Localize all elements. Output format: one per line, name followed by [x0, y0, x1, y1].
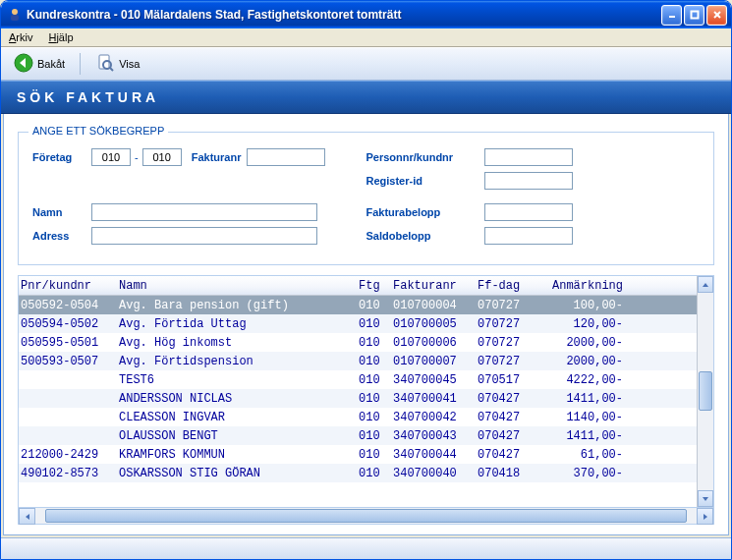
- cell: 010: [357, 411, 391, 424]
- cell: 010700007: [391, 355, 476, 368]
- grid-body: 050592-0504Avg. Bara pension (gift)01001…: [19, 296, 697, 482]
- foretag-from-input[interactable]: [91, 148, 131, 166]
- scroll-track[interactable]: [698, 293, 713, 490]
- scroll-up-button[interactable]: [698, 276, 713, 293]
- cell: 070517: [476, 373, 540, 387]
- results-grid: Pnr/kundnr Namn Ftg Fakturanr Ff-dag Anm…: [18, 275, 714, 508]
- grid: Pnr/kundnr Namn Ftg Fakturanr Ff-dag Anm…: [19, 276, 697, 507]
- vertical-scrollbar[interactable]: [697, 276, 713, 507]
- cell: CLEASSON INGVAR: [117, 411, 357, 424]
- adress-label: Adress: [32, 230, 91, 242]
- table-row[interactable]: 500593-0507Avg. Förtidspension0100107000…: [19, 352, 697, 370]
- adress-input[interactable]: [91, 227, 317, 245]
- cell: 010: [357, 355, 391, 368]
- namn-label: Namn: [32, 206, 91, 218]
- back-icon: [14, 53, 33, 75]
- cell: Avg. Bara pension (gift): [117, 299, 357, 312]
- scroll-left-button[interactable]: [19, 508, 35, 525]
- table-row[interactable]: 212000-2429KRAMFORS KOMMUN01034070004407…: [19, 445, 697, 464]
- cell: Avg. Hög inkomst: [117, 336, 357, 350]
- fakturanr-input[interactable]: [247, 148, 325, 166]
- cell: 4222,00-: [540, 373, 625, 387]
- cell: OSKARSSON STIG GÖRAN: [117, 467, 357, 480]
- page-header: SÖK FAKTURA: [1, 81, 731, 114]
- table-row[interactable]: 050595-0501Avg. Hög inkomst0100107000060…: [19, 333, 697, 352]
- visa-label: Visa: [119, 58, 140, 70]
- grid-header: Pnr/kundnr Namn Ftg Fakturanr Ff-dag Anm…: [19, 276, 697, 296]
- visa-button[interactable]: Visa: [88, 49, 146, 79]
- col-namn[interactable]: Namn: [117, 279, 357, 293]
- cell: 070427: [476, 411, 540, 424]
- cell: Avg. Förtidspension: [117, 355, 357, 368]
- table-row[interactable]: 050592-0504Avg. Bara pension (gift)01001…: [19, 296, 697, 314]
- cell: 070418: [476, 467, 540, 480]
- cell: 340700040: [391, 467, 476, 480]
- col-ffdag[interactable]: Ff-dag: [476, 279, 540, 293]
- cell: 2000,00-: [540, 336, 625, 350]
- cell: 010: [357, 429, 391, 443]
- col-ftg[interactable]: Ftg: [357, 279, 391, 293]
- close-button[interactable]: [706, 5, 727, 26]
- cell: 010: [357, 373, 391, 387]
- content-area: ANGE ETT SÖKBEGREPP Företag - Fakturanr …: [3, 114, 729, 535]
- hscroll-track[interactable]: [35, 508, 697, 524]
- foretag-dash: -: [135, 151, 139, 163]
- svg-rect-1: [11, 15, 19, 21]
- col-fakturanr[interactable]: Fakturanr: [391, 279, 476, 293]
- namn-input[interactable]: [91, 203, 317, 221]
- cell: 070727: [476, 355, 540, 368]
- cell: 61,00-: [540, 448, 625, 462]
- svg-line-9: [110, 68, 113, 71]
- back-label: Bakåt: [37, 58, 65, 70]
- visa-icon: [95, 53, 115, 75]
- table-row[interactable]: CLEASSON INGVAR0103407000420704271140,00…: [19, 408, 697, 426]
- toolbar-separator: [80, 53, 81, 75]
- menubar: Arkiv Hjälp: [1, 28, 731, 47]
- registerid-input[interactable]: [484, 172, 573, 190]
- scroll-right-button[interactable]: [697, 508, 713, 525]
- table-row[interactable]: OLAUSSON BENGT0103407000430704271411,00-: [19, 426, 697, 445]
- minimize-button[interactable]: [661, 5, 682, 26]
- table-row[interactable]: 490102-8573OSKARSSON STIG GÖRAN010340700…: [19, 464, 697, 482]
- cell: 010: [357, 467, 391, 480]
- cell: 120,00-: [540, 317, 625, 331]
- menu-arkiv[interactable]: Arkiv: [5, 30, 36, 44]
- cell: 340700042: [391, 411, 476, 424]
- scroll-down-button[interactable]: [698, 490, 713, 507]
- hscroll-thumb[interactable]: [45, 509, 687, 523]
- cell: OLAUSSON BENGT: [117, 429, 357, 443]
- cell: 070727: [476, 317, 540, 331]
- table-row[interactable]: TEST60103407000450705174222,00-: [19, 370, 697, 389]
- cell: 1411,00-: [540, 429, 625, 443]
- cell: 010: [357, 317, 391, 331]
- window-title: Kundreskontra - 010 Mälardalens Stad, Fa…: [27, 8, 661, 22]
- cell: 010: [357, 336, 391, 350]
- saldobelopp-input[interactable]: [484, 227, 573, 245]
- horizontal-scrollbar[interactable]: [18, 508, 714, 525]
- scroll-thumb[interactable]: [699, 371, 712, 411]
- cell: 010700004: [391, 299, 476, 312]
- cell: 340700043: [391, 429, 476, 443]
- personnr-input[interactable]: [484, 148, 573, 166]
- table-row[interactable]: ANDERSSON NICLAS0103407000410704271411,0…: [19, 389, 697, 408]
- col-anm[interactable]: Anmärkning: [540, 279, 625, 293]
- fakturabelopp-input[interactable]: [484, 203, 573, 221]
- personnr-label: Personnr/kundnr: [366, 151, 484, 163]
- back-button[interactable]: Bakåt: [7, 49, 72, 79]
- cell: 050594-0502: [19, 317, 117, 331]
- maximize-button[interactable]: [684, 5, 704, 26]
- cell: 370,00-: [540, 467, 625, 480]
- cell: 070427: [476, 429, 540, 443]
- table-row[interactable]: 050594-0502Avg. Förtida Uttag01001070000…: [19, 314, 697, 333]
- col-pnr[interactable]: Pnr/kundnr: [19, 279, 117, 293]
- window-buttons: [661, 5, 727, 26]
- fakturabelopp-label: Fakturabelopp: [366, 206, 484, 218]
- page-title: SÖK FAKTURA: [17, 89, 159, 105]
- foretag-to-input[interactable]: [142, 148, 182, 166]
- menu-hjalp[interactable]: Hjälp: [44, 30, 77, 44]
- cell: 1140,00-: [540, 411, 625, 424]
- svg-point-0: [12, 9, 18, 15]
- cell: 050595-0501: [19, 336, 117, 350]
- search-legend: ANGE ETT SÖKBEGREPP: [28, 125, 168, 137]
- search-group: ANGE ETT SÖKBEGREPP Företag - Fakturanr …: [18, 132, 714, 265]
